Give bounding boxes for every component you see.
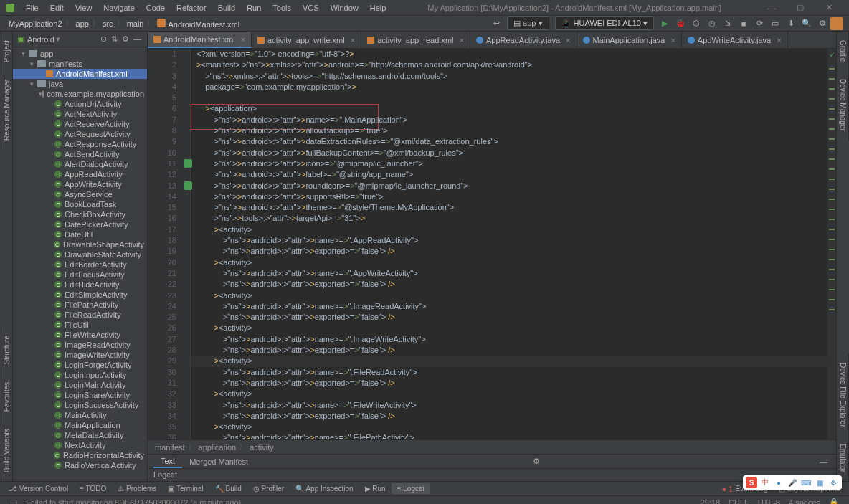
attach-button[interactable]: ⇲ xyxy=(721,16,735,31)
ime-toolbar[interactable]: S 中●🎤⌨▦⚙ xyxy=(743,475,842,490)
tree-item[interactable]: CImageReadActivity xyxy=(13,340,147,350)
indent-setting[interactable]: 4 spaces xyxy=(784,498,825,505)
tree-item[interactable]: CEditBorderActivity xyxy=(13,260,147,270)
tree-item[interactable]: CMainApplication xyxy=(13,420,147,430)
profile-button[interactable]: ◷ xyxy=(705,16,719,31)
hide-icon[interactable]: — xyxy=(817,457,830,466)
device-selector[interactable]: 📱 HUAWEI EDI-AL10 ▾ xyxy=(555,16,654,30)
tree-item[interactable]: CImageWriteActivity xyxy=(13,350,147,360)
stop-button[interactable]: ■ xyxy=(736,16,751,31)
tree-item[interactable]: CLoginMainActivity xyxy=(13,380,147,390)
menu-code[interactable]: Code xyxy=(141,2,171,14)
tree-item[interactable]: CDrawableStateActivity xyxy=(13,249,147,260)
tree-item[interactable]: CDrawableShapeActivity xyxy=(13,239,147,249)
side-tab-build-variants[interactable]: Build Variants xyxy=(1,420,12,481)
editor-tab[interactable]: MainApplication.java× xyxy=(577,32,682,48)
tree-item[interactable]: CFileReadActivity xyxy=(13,310,147,320)
breadcrumb-item[interactable]: src xyxy=(100,19,116,28)
settings-icon[interactable]: ⚙ xyxy=(120,34,131,44)
side-tab-structure[interactable]: Structure xyxy=(1,327,12,374)
tool-window-version-control[interactable]: ⎇ Version Control xyxy=(3,483,74,494)
tree-item[interactable]: CEditSimpleActivity xyxy=(13,290,147,300)
menu-run[interactable]: Run xyxy=(241,2,267,14)
hide-icon[interactable]: — xyxy=(132,34,143,44)
user-avatar[interactable] xyxy=(830,17,843,30)
code-breadcrumb-item[interactable]: manifest xyxy=(153,443,186,452)
tree-item[interactable]: CLoginInputActivity xyxy=(13,370,147,380)
tree-item[interactable]: CCheckBoxActivity xyxy=(13,209,147,219)
tree-item[interactable]: CActSendActivity xyxy=(13,149,147,159)
side-tab-device-manager[interactable]: Device Manager xyxy=(838,70,849,140)
tree-item[interactable]: CAsyncService xyxy=(13,189,147,199)
select-opened-icon[interactable]: ⊙ xyxy=(99,34,108,44)
tool-window-terminal[interactable]: ▣ Terminal xyxy=(162,483,209,494)
tree-item[interactable]: CNextActivity xyxy=(13,440,147,450)
project-tree[interactable]: ▾app▾manifestsAndroidManifest.xml▾java▾c… xyxy=(13,47,147,481)
tree-item[interactable]: CLoginForgetActivity xyxy=(13,360,147,370)
tree-item[interactable]: CFileUtil xyxy=(13,320,147,330)
file-encoding[interactable]: UTF-8 xyxy=(754,498,784,505)
code-breadcrumb[interactable]: manifest〉application〉activity xyxy=(148,439,836,454)
line-gutter[interactable]: 1234567891011121314151617181920212223242… xyxy=(148,49,182,439)
side-tab-favorites[interactable]: Favorites xyxy=(1,374,12,420)
side-tab-project[interactable]: Project xyxy=(1,32,12,71)
readonly-icon[interactable]: 🔒 xyxy=(825,498,843,504)
cursor-position[interactable]: 29:18 xyxy=(696,498,725,505)
error-stripe[interactable]: ✓ xyxy=(827,49,836,439)
tool-window-profiler[interactable]: ◷ Profiler xyxy=(247,483,290,494)
menu-build[interactable]: Build xyxy=(212,2,241,14)
tree-item[interactable]: ▾app xyxy=(13,49,147,59)
tree-item[interactable]: CFilePathActivity xyxy=(13,300,147,310)
breadcrumb-item[interactable]: MyApplication2 xyxy=(6,19,65,28)
tree-item[interactable]: CMainActivity xyxy=(13,410,147,420)
tool-window-build[interactable]: 🔨 Build xyxy=(209,483,247,494)
tool-window-app-inspection[interactable]: 🔍 App Inspection xyxy=(290,483,359,494)
tree-item[interactable]: CActionUriActivity xyxy=(13,99,147,109)
tree-item[interactable]: CActNextActivity xyxy=(13,109,147,119)
back-icon[interactable]: ↩ xyxy=(489,16,503,31)
tree-item[interactable]: CEditHideActivity xyxy=(13,280,147,290)
sogou-icon[interactable]: S xyxy=(746,477,757,488)
tree-item[interactable]: ▾com.example.myapplication xyxy=(13,89,147,99)
side-tab-resource-manager[interactable]: Resource Manager xyxy=(1,71,12,149)
tool-window-todo[interactable]: ≡ TODO xyxy=(74,483,112,494)
menu-navigate[interactable]: Navigate xyxy=(98,2,140,14)
debug-button[interactable]: 🐞 xyxy=(673,16,688,31)
tree-item[interactable]: ▾manifests xyxy=(13,59,147,69)
editor-tab[interactable]: AppWriteActivity.java× xyxy=(682,32,788,48)
breadcrumb-item[interactable]: AndroidManifest.xml xyxy=(154,19,242,29)
editor-tab[interactable]: activity_app_write.xml× xyxy=(252,32,361,48)
tool-window-run[interactable]: ▶ Run xyxy=(359,483,392,494)
menu-help[interactable]: Help xyxy=(364,2,392,14)
tree-item[interactable]: CFileWriteActivity xyxy=(13,330,147,340)
editor-tab[interactable]: AndroidManifest.xml× xyxy=(148,32,252,48)
breadcrumb-item[interactable]: main xyxy=(124,19,147,28)
tree-item[interactable]: CAppWriteActivity xyxy=(13,179,147,189)
fold-gutter[interactable] xyxy=(182,49,191,439)
menu-refactor[interactable]: Refactor xyxy=(171,2,212,14)
tree-item[interactable]: CRadioVerticalActivity xyxy=(13,460,147,470)
gear-icon[interactable]: ⚙ xyxy=(530,457,543,466)
tree-item[interactable]: CActRequestActivity xyxy=(13,129,147,139)
sync-button[interactable]: ⟳ xyxy=(752,16,767,31)
project-view-selector[interactable]: Android xyxy=(27,35,54,44)
text-tab[interactable]: Text xyxy=(153,455,182,468)
maximize-button[interactable]: ▢ xyxy=(786,3,815,12)
tree-item[interactable]: CMetaDataActivity xyxy=(13,430,147,440)
menu-tools[interactable]: Tools xyxy=(267,2,297,14)
tree-item[interactable]: CActReceiveActivity xyxy=(13,119,147,129)
menu-edit[interactable]: Edit xyxy=(44,2,70,14)
side-tab-gradle[interactable]: Gradle xyxy=(838,32,849,70)
code-breadcrumb-item[interactable]: application xyxy=(197,443,238,452)
tree-item[interactable]: AndroidManifest.xml xyxy=(13,69,147,79)
tree-item[interactable]: CEditFocusActivity xyxy=(13,270,147,280)
run-button[interactable]: ▶ xyxy=(658,16,672,31)
tree-item[interactable]: CAlertDialogActivity xyxy=(13,159,147,169)
settings-icon[interactable]: ⚙ xyxy=(815,16,830,31)
minimize-button[interactable]: — xyxy=(757,4,786,12)
merged-manifest-tab[interactable]: Merged Manifest xyxy=(182,456,255,467)
line-separator[interactable]: CRLF xyxy=(724,498,754,505)
tree-item[interactable]: CLoginSuccessActivity xyxy=(13,400,147,410)
code-content[interactable]: <?xml version=>"1.0"> encoding=>"utf-8">… xyxy=(191,49,827,439)
breadcrumb-item[interactable]: app xyxy=(73,19,92,28)
